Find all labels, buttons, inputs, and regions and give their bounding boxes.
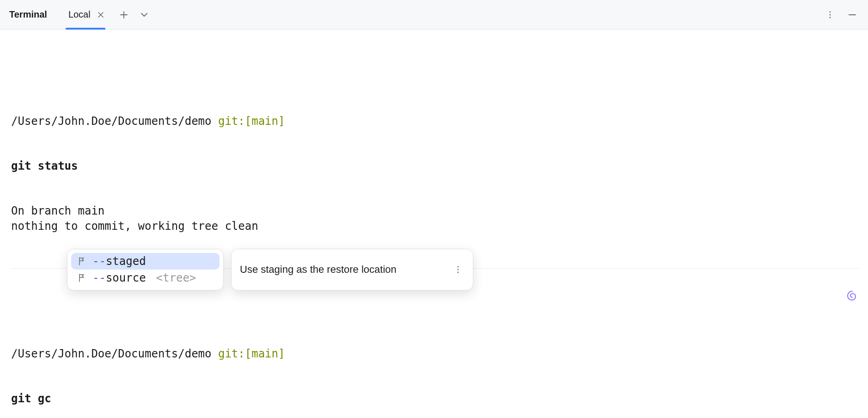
tab-local[interactable]: Local bbox=[66, 0, 109, 30]
documentation-popup: Use staging as the restore location bbox=[231, 249, 473, 290]
more-options-button[interactable] bbox=[452, 263, 465, 276]
svg-point-2 bbox=[830, 17, 831, 18]
terminal-output[interactable]: /Users/John.Doe/Documents/demo git:[main… bbox=[0, 30, 868, 418]
command-output: On branch main nothing to commit, workin… bbox=[11, 203, 860, 234]
svg-point-5 bbox=[458, 272, 459, 273]
autocomplete-item[interactable]: --source <tree> bbox=[71, 270, 220, 286]
flag-icon bbox=[77, 273, 87, 283]
tab-actions bbox=[117, 8, 151, 21]
more-options-button[interactable] bbox=[824, 8, 837, 21]
panel-title: Terminal bbox=[9, 9, 47, 20]
prompt-line: /Users/John.Doe/Documents/demo git:[main… bbox=[11, 114, 860, 129]
command-text: git status bbox=[11, 159, 860, 173]
command-block: /Users/John.Doe/Documents/demo git:[main… bbox=[11, 314, 860, 418]
command-text: git gc bbox=[11, 391, 860, 406]
autocomplete-text: --staged bbox=[92, 255, 146, 268]
autocomplete-popup-group: --staged --source <tree> Use staging as … bbox=[67, 249, 473, 290]
prompt-line: /Users/John.Doe/Documents/demo git:[main… bbox=[11, 346, 860, 361]
add-tab-button[interactable] bbox=[117, 8, 130, 21]
close-icon[interactable] bbox=[95, 9, 106, 20]
svg-point-1 bbox=[830, 14, 831, 15]
svg-point-3 bbox=[458, 266, 459, 268]
minimize-button[interactable] bbox=[846, 8, 859, 21]
tab-active-indicator bbox=[66, 28, 105, 30]
documentation-text: Use staging as the restore location bbox=[240, 264, 397, 276]
flag-icon bbox=[77, 256, 87, 266]
tab-label: Local bbox=[68, 9, 91, 20]
ai-assist-icon[interactable] bbox=[846, 289, 859, 304]
panel-actions bbox=[824, 8, 859, 21]
autocomplete-popup[interactable]: --staged --source <tree> bbox=[67, 249, 224, 290]
autocomplete-item[interactable]: --staged bbox=[71, 253, 220, 270]
autocomplete-arg: <tree> bbox=[156, 271, 196, 284]
tab-dropdown-button[interactable] bbox=[138, 8, 151, 21]
command-block: /Users/John.Doe/Documents/demo git:[main… bbox=[11, 81, 860, 269]
svg-point-4 bbox=[458, 269, 459, 270]
svg-point-0 bbox=[830, 11, 831, 12]
terminal-header: Terminal Local bbox=[0, 0, 868, 30]
autocomplete-text: --source bbox=[92, 271, 146, 284]
